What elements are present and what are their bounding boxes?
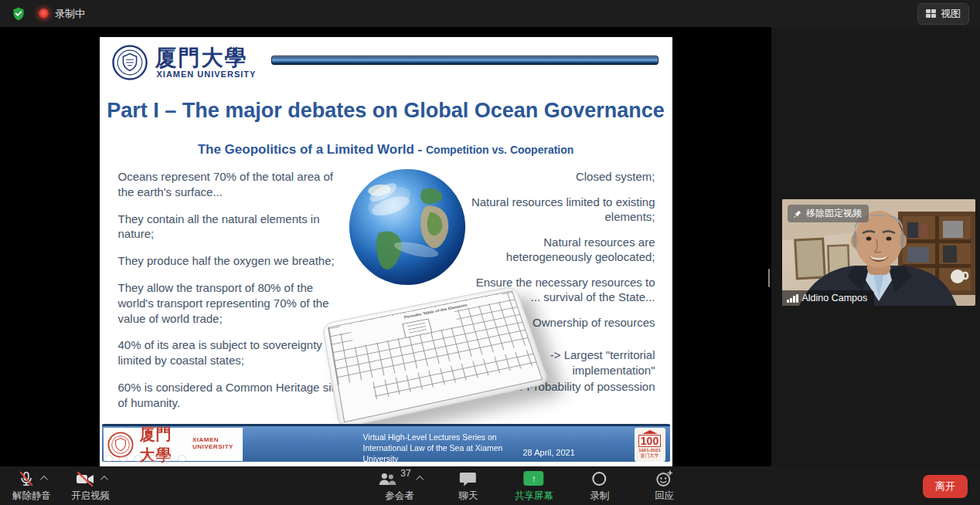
participants-button[interactable]: 37 参会者 [377,469,421,503]
recording-indicator[interactable]: 录制中 [39,7,85,21]
share-screen-icon: ↑ [524,471,544,486]
toolbar-center-group: 37 参会者 聊天 ↑ 共享屏幕 [377,469,682,503]
slide-title: Part I – The major debates on Global Oce… [100,99,672,123]
bullet-left: 40% of its area is subject to sovereignt… [118,337,352,368]
periodic-table-grid: Periodic Table of the Elements [327,290,542,422]
participants-count: 37 [400,468,410,479]
participant-name: Aldino Campos [802,293,868,303]
periodic-table-image: Periodic Table of the Elements [322,286,550,429]
zoom-meeting-window: 录制中 视图 厦門大學 XIAMEN UNIVERSITY [0,0,980,505]
participants-icon [377,470,397,487]
centennial-number: 100 [638,435,661,447]
watermark-social-icons [104,455,186,463]
record-button[interactable]: 录制 [581,469,618,503]
centennial-roof-icon [642,430,658,434]
bullet-left: Oceans represent 70% of the total area o… [118,169,352,200]
slide-subtitle: The Geopolitics of a Limited World - Com… [100,142,672,158]
start-video-label: 开启视频 [71,490,110,503]
share-screen-button[interactable]: ↑ 共享屏幕 [515,469,553,503]
meeting-content: 厦門大學 XIAMEN UNIVERSITY Part I – The majo… [0,27,980,466]
record-circle-icon [593,472,607,486]
slide-logo-chinese: 厦門大學 [155,43,248,73]
presentation-slide: 厦門大學 XIAMEN UNIVERSITY Part I – The majo… [100,37,672,466]
recording-dot-icon [39,8,49,19]
bullet-right: Natural resources limited to existing el… [470,195,655,225]
participant-name-bar: Aldino Campos [782,290,874,306]
audio-signal-icon [787,294,798,303]
chat-bubble-icon [459,470,478,487]
bullet-left: 60% is considered a Common Heritage site… [118,380,352,411]
centennial-logo: 100 1921-2021 厦门大学 [635,428,665,462]
participant-video-tile[interactable]: 移除固定视频 Aldino Campos [782,199,975,306]
chat-label: 聊天 [458,490,478,503]
share-screen-label: 共享屏幕 [515,490,553,503]
slide-subtitle-main: The Geopolitics of a Limited World - [198,142,426,157]
microphone-muted-icon [18,469,35,488]
leave-meeting-button[interactable]: 离开 [923,475,968,498]
slide-footer-bar: 厦門大學 XIAMEN UNIVERSITY Virtual High-Leve… [102,424,670,462]
encryption-shield-icon [11,6,26,22]
reactions-label: 回应 [655,490,674,503]
footer-date: 28 April, 2021 [523,448,575,457]
slide-subtitle-sub: Competition vs. Cooperation [426,144,573,156]
slide-left-column: Oceans represent 70% of the total area o… [118,169,352,422]
remove-pin-button[interactable]: 移除固定视频 [788,205,869,222]
start-video-button[interactable]: 开启视频 [71,469,110,503]
footer-lecture-text: Virtual High-Level Lectures Series on In… [363,432,537,465]
slide-header-bar [271,56,658,65]
meeting-topbar: 录制中 视图 [0,0,980,27]
camera-off-icon [75,469,95,488]
video-options-chevron-icon[interactable] [100,476,108,483]
view-grid-icon [926,9,936,18]
reactions-smiley-icon [655,469,674,488]
xiamen-university-seal-icon [112,45,148,80]
bullet-right: Closed system; [470,169,655,185]
toolbar-left-group: 解除静音 开启视频 [0,469,110,503]
bullet-left: They allow the transport of 80% of the w… [118,280,352,326]
earth-globe-image [347,167,468,287]
unmute-button[interactable]: 解除静音 [12,469,51,503]
footer-seal-icon [107,432,134,458]
pin-icon [793,209,802,219]
bullet-left: They produce half the oxygen we breathe; [118,253,352,269]
view-button[interactable]: 视图 [917,3,969,25]
slide-header: 厦門大學 XIAMEN UNIVERSITY [112,43,660,86]
slide-logo-english: XIAMEN UNIVERSITY [157,69,257,79]
record-label: 录制 [590,490,609,503]
chat-button[interactable]: 聊天 [450,469,487,503]
footer-logo-english: XIAMEN UNIVERSITY [192,436,243,450]
bullet-left: They contain all the natural elements in… [118,212,352,242]
participants-chevron-icon[interactable] [417,476,424,483]
remove-pin-label: 移除固定视频 [806,207,862,220]
centennial-chinese: 厦门大学 [641,452,659,459]
unmute-label: 解除静音 [12,490,51,503]
shared-screen-area: 厦門大學 XIAMEN UNIVERSITY Part I – The majo… [0,27,771,466]
reactions-button[interactable]: 回应 [646,469,683,503]
mute-options-chevron-icon[interactable] [40,476,48,483]
video-panel: 移除固定视频 Aldino Campos [771,27,980,466]
participants-label: 参会者 [385,490,414,503]
meeting-toolbar: 解除静音 开启视频 [0,466,980,505]
bullet-right: Natural resources are heterogeneously ge… [470,235,655,265]
recording-label: 录制中 [55,7,85,21]
view-button-label: 视图 [941,7,961,21]
